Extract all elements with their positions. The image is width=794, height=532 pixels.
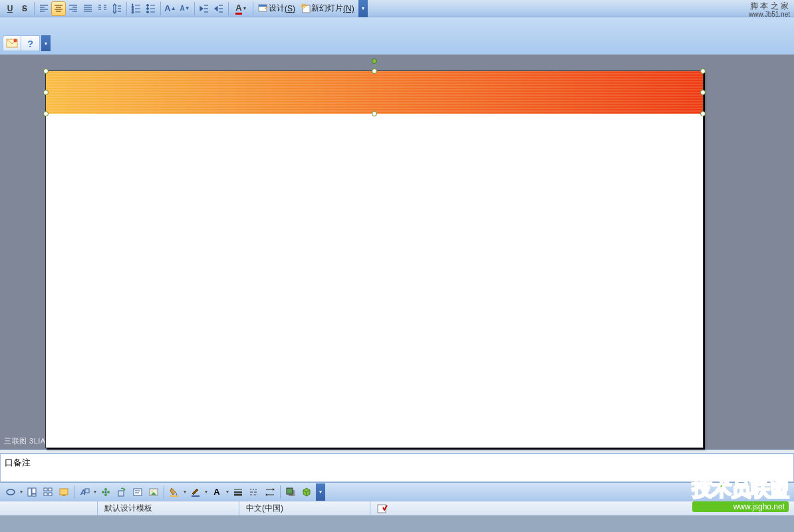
svg-rect-55: [44, 488, 47, 491]
line-spacing-button[interactable]: [110, 1, 124, 16]
align-center-button[interactable]: [51, 1, 66, 16]
watermark-bottom-right: 技术员联盟 www.jsgho.net: [692, 475, 789, 512]
resize-handle-middle-left[interactable]: [43, 90, 49, 95]
drawing-toolbar: ▾ A ▾ ▾ ▾ A ▾: [0, 482, 794, 501]
svg-rect-52: [28, 488, 31, 496]
watermark-top-right: 脚 本 之 家 www.Jb51.net: [749, 1, 790, 19]
decrease-font-button[interactable]: A▼: [178, 1, 192, 16]
secondary-toolbar: ?: [0, 17, 794, 55]
svg-rect-74: [170, 495, 178, 497]
svg-point-37: [147, 11, 149, 13]
mail-tab-button[interactable]: [3, 35, 21, 51]
status-spellcheck[interactable]: [370, 501, 394, 515]
fill-color-button[interactable]: [166, 485, 182, 499]
svg-point-51: [7, 489, 15, 495]
help-tab-button[interactable]: ?: [21, 35, 40, 51]
slide-sorter-view-button[interactable]: [40, 485, 56, 499]
svg-point-35: [147, 7, 149, 9]
dropdown-arrow-icon[interactable]: ▾: [182, 489, 188, 495]
dropdown-arrow-icon[interactable]: ▾: [225, 489, 230, 495]
normal-view-button[interactable]: [24, 485, 40, 499]
select-objects-button[interactable]: [98, 485, 114, 499]
svg-rect-75: [192, 495, 199, 497]
align-justify-button[interactable]: [80, 1, 95, 16]
strikethrough-button[interactable]: S: [17, 1, 32, 16]
autoshapes-button[interactable]: A: [76, 485, 92, 499]
dropdown-arrow-icon[interactable]: ▾: [92, 489, 98, 495]
svg-rect-57: [44, 493, 47, 495]
svg-rect-53: [32, 488, 36, 493]
resize-handle-top-middle[interactable]: [372, 68, 377, 74]
selected-gradient-rectangle[interactable]: [46, 71, 703, 114]
notes-area[interactable]: 口备注: [0, 454, 794, 482]
toolbar-overflow-button[interactable]: [41, 35, 51, 51]
svg-rect-58: [49, 493, 52, 495]
toolbar-separator: [164, 485, 164, 499]
resize-handle-bottom-left[interactable]: [43, 111, 49, 116]
svg-point-63: [102, 491, 104, 493]
decrease-indent-button[interactable]: [197, 1, 211, 16]
svg-rect-56: [49, 488, 52, 491]
shadow-button[interactable]: [283, 485, 299, 499]
font-color-button[interactable]: A: [209, 485, 225, 499]
svg-rect-54: [32, 494, 36, 496]
svg-text:3: 3: [132, 10, 134, 14]
underline-button[interactable]: U: [3, 1, 17, 16]
3d-button[interactable]: [299, 485, 315, 499]
align-left-button[interactable]: [37, 1, 51, 16]
status-language: 中文(中国): [239, 501, 370, 515]
new-slide-icon: [301, 3, 311, 14]
svg-rect-59: [60, 489, 68, 495]
line-color-button[interactable]: [188, 485, 203, 499]
svg-point-33: [147, 4, 149, 6]
toolbar-separator: [34, 2, 35, 15]
toolbar-overflow-button[interactable]: [316, 483, 325, 501]
increase-font-button[interactable]: A▲: [163, 1, 178, 16]
design-button[interactable]: 设计(S): [255, 1, 298, 16]
increase-indent-button[interactable]: [211, 1, 226, 16]
mail-icon: [6, 39, 18, 48]
numbered-list-button[interactable]: 123: [129, 1, 144, 16]
toolbar-separator: [228, 2, 229, 15]
svg-point-67: [105, 491, 107, 493]
resize-handle-bottom-middle[interactable]: [372, 111, 377, 116]
oval-tool-button[interactable]: [3, 485, 19, 499]
status-template: 默认设计模板: [97, 501, 239, 515]
toolbar-overflow-button[interactable]: [358, 0, 368, 17]
rotate-button[interactable]: [114, 485, 130, 499]
insert-picture-button[interactable]: [146, 485, 162, 499]
rotate-handle[interactable]: [372, 59, 377, 64]
svg-point-73: [152, 490, 154, 492]
dropdown-arrow-icon[interactable]: ▾: [19, 489, 24, 495]
slideshow-view-button[interactable]: [56, 485, 72, 499]
dropdown-arrow-icon[interactable]: ▾: [203, 489, 209, 495]
slide-canvas[interactable]: [45, 70, 704, 448]
svg-point-66: [104, 493, 107, 496]
bullet-list-button[interactable]: [144, 1, 158, 16]
svg-point-65: [107, 491, 110, 493]
resize-handle-bottom-right[interactable]: [700, 111, 706, 116]
formatting-toolbar: U S 123 A▲ A▼ A▾ 设计(S) 新幻灯片(N): [0, 0, 794, 17]
line-weight-button[interactable]: [230, 485, 246, 499]
svg-point-64: [104, 488, 107, 491]
align-right-button[interactable]: [66, 1, 80, 16]
spellcheck-icon: [377, 504, 388, 513]
resize-handle-middle-right[interactable]: [700, 90, 706, 95]
columns-button[interactable]: [95, 1, 110, 16]
svg-rect-46: [259, 5, 267, 7]
slide-edit-area[interactable]: [0, 55, 794, 450]
svg-rect-68: [118, 491, 124, 496]
resize-handle-top-right[interactable]: [700, 68, 706, 74]
watermark-bottom-left: 三联图 3LIAN.COM: [4, 436, 72, 446]
textbox-button[interactable]: [130, 485, 146, 499]
toolbar-separator: [126, 2, 127, 15]
toolbar-separator: [253, 2, 253, 15]
svg-rect-85: [287, 488, 293, 494]
design-icon: [258, 3, 269, 14]
line-style-button[interactable]: [246, 485, 262, 499]
resize-handle-top-left[interactable]: [43, 68, 49, 74]
new-slide-button[interactable]: 新幻灯片(N): [298, 1, 357, 16]
toolbar-separator: [74, 485, 74, 499]
font-color-button[interactable]: A▾: [231, 1, 251, 16]
arrow-style-button[interactable]: [262, 485, 278, 499]
